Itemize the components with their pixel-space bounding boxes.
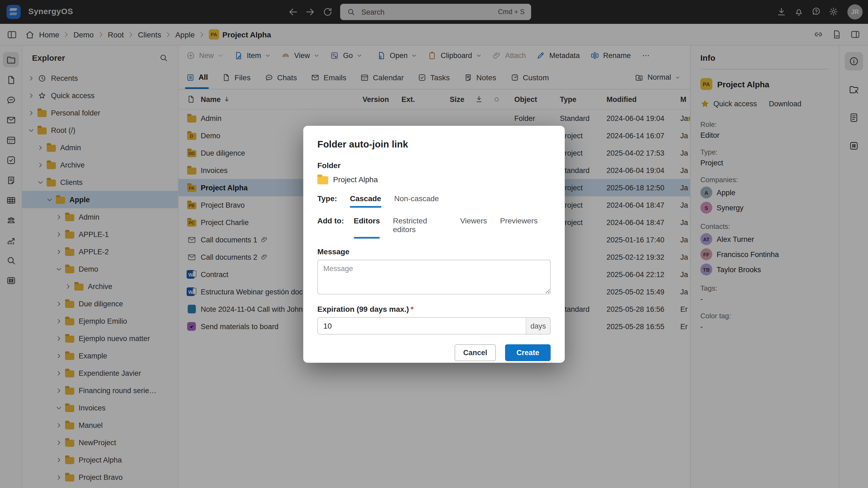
addto-option[interactable]: Restricted editors <box>393 216 447 238</box>
type-selector: Type: CascadeNon-cascade <box>317 194 551 208</box>
type-option[interactable]: Non-cascade <box>394 194 439 208</box>
folder-value: Project Alpha <box>317 174 551 184</box>
auto-join-link-dialog: Folder auto-join link Folder Project Alp… <box>303 126 565 363</box>
app-window: SynergyOS Cmd + S JR Home Demo <box>0 0 868 488</box>
cancel-button[interactable]: Cancel <box>455 344 496 361</box>
dialog-title: Folder auto-join link <box>317 139 551 150</box>
addto-option[interactable]: Viewers <box>460 216 487 238</box>
expiration-input[interactable] <box>318 318 526 334</box>
type-label: Type: <box>317 194 350 203</box>
addto-option[interactable]: Previewers <box>500 216 538 238</box>
message-input[interactable] <box>317 260 551 294</box>
addto-selector: Add to: EditorsRestricted editorsViewers… <box>317 216 551 238</box>
folder-label: Folder <box>317 161 551 170</box>
addto-label: Add to: <box>317 216 354 225</box>
type-option[interactable]: Cascade <box>350 194 381 208</box>
addto-option[interactable]: Editors <box>354 216 380 238</box>
expiration-unit: days <box>526 318 550 334</box>
folder-icon <box>317 176 328 184</box>
expiration-input-group: days <box>317 317 551 334</box>
create-button[interactable]: Create <box>505 344 551 361</box>
message-label: Message <box>317 247 551 256</box>
expiration-label: Expiration (99 days max.)* <box>317 305 551 314</box>
required-asterisk: * <box>411 305 414 314</box>
